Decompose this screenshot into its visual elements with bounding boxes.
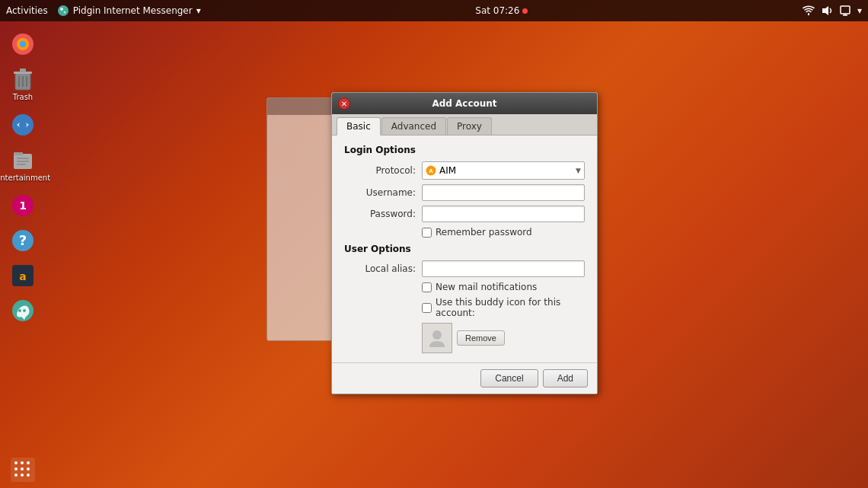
top-panel: Activities Pidgin Internet Messenger ▾ S… — [0, 0, 868, 21]
local-alias-row: Local alias: — [344, 260, 585, 277]
username-label: Username: — [353, 187, 422, 198]
buddy-icon-area: Remove — [344, 323, 585, 353]
svg-point-1 — [60, 8, 63, 11]
password-input[interactable] — [422, 206, 585, 222]
clock-text: Sat 07:26 — [475, 5, 519, 16]
dialog-titlebar: ✕ Add Account — [332, 93, 597, 114]
password-row: Password: — [344, 206, 585, 222]
dialog-content: Login Options Protocol: A AIM ▼ — [332, 136, 597, 362]
notification-dot — [522, 8, 528, 14]
svg-marker-4 — [822, 6, 828, 15]
remember-password-label[interactable]: Remember password — [436, 227, 532, 238]
local-alias-label: Local alias: — [353, 263, 422, 274]
volume-icon — [821, 5, 833, 17]
remember-password-checkbox[interactable] — [422, 228, 432, 238]
protocol-select-value: A AIM — [426, 165, 456, 176]
protocol-select[interactable]: A AIM ▼ — [422, 161, 585, 180]
dialog-tabs: Basic Advanced Proxy — [332, 114, 597, 136]
new-mail-checkbox[interactable] — [422, 282, 432, 292]
username-input[interactable] — [422, 184, 585, 201]
svg-point-2 — [63, 11, 65, 14]
buddy-icon-image[interactable] — [422, 323, 452, 353]
tab-proxy[interactable]: Proxy — [447, 117, 492, 135]
app-menu-arrow: ▾ — [196, 5, 201, 16]
buddy-icon-row: Use this buddy icon for this account: — [344, 297, 585, 318]
dialog-footer: Cancel Add — [332, 362, 597, 394]
app-name-menu[interactable]: Pidgin Internet Messenger ▾ — [57, 5, 201, 17]
app-title: Pidgin Internet Messenger — [73, 5, 193, 16]
svg-rect-5 — [841, 6, 850, 14]
buddy-icon-checkbox[interactable] — [422, 303, 432, 313]
panel-clock: Sat 07:26 — [475, 5, 528, 16]
panel-left: Activities Pidgin Internet Messenger ▾ — [6, 5, 201, 17]
select-dropdown-arrow: ▼ — [576, 167, 581, 174]
user-section-header: User Options — [344, 244, 585, 254]
svg-text:A: A — [429, 168, 433, 174]
dialog-area: ✕ se ✕ Add Account Basic Advanced Proxy … — [0, 21, 868, 488]
local-alias-input[interactable] — [422, 260, 585, 277]
activities-button[interactable]: Activities — [6, 5, 48, 16]
protocol-row: Protocol: A AIM ▼ — [344, 161, 585, 180]
svg-point-0 — [58, 5, 69, 16]
svg-point-35 — [432, 330, 442, 340]
new-mail-row: New mail notifications — [344, 282, 585, 292]
system-menu-arrow: ▾ — [857, 5, 862, 16]
buddy-icon-label[interactable]: Use this buddy icon for this account: — [436, 297, 585, 318]
system-icon — [839, 5, 851, 17]
add-button[interactable]: Add — [543, 369, 588, 388]
remember-password-row: Remember password — [344, 227, 585, 238]
protocol-value: AIM — [439, 165, 456, 176]
remove-button[interactable]: Remove — [457, 330, 505, 346]
cancel-button[interactable]: Cancel — [480, 369, 538, 388]
login-section-header: Login Options — [344, 145, 585, 155]
username-row: Username: — [344, 184, 585, 201]
buddy-icon-placeholder-icon — [426, 327, 448, 349]
wifi-icon — [803, 5, 815, 17]
dialog-close-button[interactable]: ✕ — [338, 97, 350, 110]
add-account-dialog: ✕ Add Account Basic Advanced Proxy Login… — [331, 92, 598, 394]
aim-icon: A — [426, 165, 436, 176]
password-label: Password: — [353, 209, 422, 219]
panel-right: ▾ — [803, 5, 862, 17]
protocol-label: Protocol: — [353, 165, 422, 176]
dialog-title: Add Account — [350, 98, 579, 109]
svg-point-3 — [808, 14, 809, 15]
tab-advanced[interactable]: Advanced — [381, 117, 446, 135]
pidgin-tray-icon — [57, 5, 69, 17]
tab-basic[interactable]: Basic — [337, 117, 381, 136]
new-mail-label[interactable]: New mail notifications — [436, 282, 537, 292]
